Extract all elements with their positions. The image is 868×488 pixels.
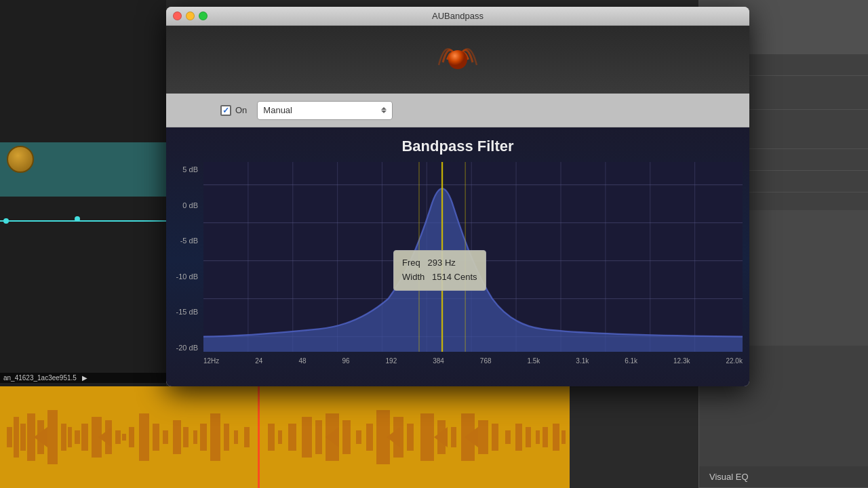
checkbox-container: On [220,105,247,116]
right-panel-item-visual-eq[interactable]: Visual EQ [699,466,868,488]
svg-rect-28 [278,430,282,444]
svg-rect-51 [561,430,566,444]
svg-rect-26 [244,427,250,447]
svg-rect-31 [315,420,322,454]
x-label-12hz: 12Hz [203,357,219,365]
svg-rect-14 [129,427,134,447]
svg-rect-21 [193,430,197,444]
y-label-20db: -20 dB [166,344,203,352]
logo-svg [431,33,485,87]
x-label-96: 96 [342,357,349,365]
svg-rect-5 [47,410,58,464]
plugin-window: AUBandpass [166,7,749,386]
svg-rect-24 [224,424,229,451]
svg-rect-50 [553,424,559,451]
svg-rect-15 [139,413,149,461]
select-arrow-icon [381,107,387,113]
eq-title: Bandpass Filter [166,138,749,155]
svg-rect-39 [420,413,434,461]
x-label-192: 192 [386,357,397,365]
svg-rect-41 [451,427,456,447]
svg-rect-6 [61,424,66,451]
svg-rect-1 [14,417,19,458]
play-icon: ▶ [82,374,87,382]
waveform-svg [0,386,570,488]
x-label-22k: 22.0k [726,357,742,365]
plugin-header [166,26,749,94]
svg-rect-19 [173,420,181,454]
automation-dot [75,216,80,222]
logo-container [431,33,485,87]
svg-rect-33 [342,420,351,454]
x-label-12k3: 12.3k [673,357,690,365]
y-label-5db: 5 dB [166,165,203,174]
svg-rect-20 [183,427,189,447]
svg-rect-49 [542,427,548,447]
automation-line [0,220,166,222]
svg-rect-29 [288,424,296,451]
minimize-button[interactable] [186,12,195,20]
automation-dot-2 [3,218,9,224]
svg-rect-23 [210,413,220,461]
svg-rect-46 [515,424,522,451]
x-label-6k1: 6.1k [625,357,637,365]
x-label-384: 384 [433,357,444,365]
x-label-768: 768 [480,357,492,365]
svg-rect-47 [526,427,531,447]
arrow-up-icon [381,107,387,110]
svg-rect-30 [302,417,312,458]
x-label-1k5: 1.5k [527,357,540,365]
svg-rect-0 [7,427,12,447]
svg-rect-8 [75,430,80,444]
svg-rect-45 [505,430,511,444]
svg-rect-27 [268,424,275,451]
y-label-0db: 0 dB [166,201,203,209]
svg-rect-48 [536,430,540,444]
window-title: AUBandpass [432,11,484,21]
svg-rect-7 [68,427,72,447]
svg-rect-2 [20,424,26,451]
on-checkbox[interactable] [220,105,231,116]
title-bar: AUBandpass [166,7,749,26]
svg-rect-9 [81,424,88,451]
track-label: an_41623_1ac3ee951.5 ▶ [0,373,166,383]
svg-rect-43 [478,420,488,454]
svg-rect-17 [163,430,168,444]
x-label-24: 24 [255,357,262,365]
bottom-waveform-track [0,386,570,488]
y-label-15db: -15 dB [166,308,203,316]
y-label-5db-neg: -5 dB [166,237,203,245]
svg-rect-38 [407,424,414,451]
svg-rect-22 [200,424,207,451]
eq-graph-svg [203,162,743,352]
on-label: On [235,105,247,115]
maximize-button[interactable] [199,12,208,20]
svg-rect-13 [122,434,126,441]
svg-rect-35 [366,424,373,451]
svg-rect-16 [153,424,159,451]
track-knob[interactable] [7,146,34,173]
svg-rect-12 [115,430,121,444]
preset-value: Manual [263,105,292,115]
y-label-10db: -10 dB [166,272,203,281]
svg-rect-18 [258,386,260,488]
arrow-down-icon [381,110,387,113]
svg-rect-34 [356,430,361,444]
window-buttons [173,12,208,20]
track-area [0,0,166,386]
close-button[interactable] [173,12,182,20]
svg-rect-25 [234,430,238,444]
preset-select[interactable]: Manual [257,101,393,120]
x-label-48: 48 [298,357,306,365]
x-label-3k1: 3.1k [576,357,589,365]
eq-area: Bandpass Filter 5 dB 0 dB -5 dB -10 dB -… [166,127,749,386]
svg-rect-44 [492,424,498,451]
svg-point-58 [448,50,467,69]
controls-row: On Manual [166,94,749,127]
